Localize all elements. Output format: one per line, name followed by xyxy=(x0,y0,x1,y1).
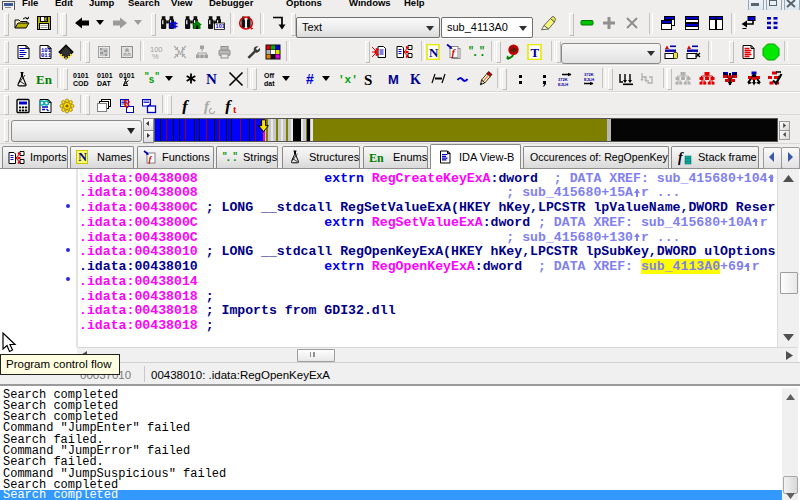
svg-text:f: f xyxy=(225,98,233,114)
svg-text:": " xyxy=(155,72,160,82)
svg-text:f: f xyxy=(678,150,684,165)
svg-text:EJLH: EJLH xyxy=(584,77,594,82)
svg-text:f: f xyxy=(182,98,190,114)
svg-text:0101: 0101 xyxy=(97,72,113,79)
svg-text:M: M xyxy=(388,72,399,87)
svg-text:K: K xyxy=(410,72,421,87)
svg-text:En: En xyxy=(36,72,53,87)
svg-text:Off: Off xyxy=(264,72,275,79)
svg-text:DAT: DAT xyxy=(97,80,112,87)
svg-text:N: N xyxy=(206,71,217,87)
svg-text:COD: COD xyxy=(73,80,89,87)
svg-text:S: S xyxy=(364,72,372,88)
svg-text:": " xyxy=(479,46,485,57)
svg-text:101: 101 xyxy=(216,23,225,29)
svg-text:t: t xyxy=(233,104,237,115)
svg-text:T: T xyxy=(531,45,540,60)
svg-text:0101: 0101 xyxy=(119,72,135,79)
svg-text:011: 011 xyxy=(41,52,52,59)
svg-text:EJLH: EJLH xyxy=(558,82,568,87)
svg-text:N: N xyxy=(429,45,439,60)
svg-text:N: N xyxy=(78,150,87,164)
svg-text:En: En xyxy=(369,151,384,165)
svg-text:%: % xyxy=(152,52,159,61)
svg-text:0101: 0101 xyxy=(73,72,89,79)
svg-text:'x': 'x' xyxy=(338,74,356,86)
svg-text:#: # xyxy=(306,71,314,87)
svg-text:": " xyxy=(233,152,238,162)
svg-text:M: M xyxy=(177,48,183,57)
svg-text:dat: dat xyxy=(264,80,275,87)
